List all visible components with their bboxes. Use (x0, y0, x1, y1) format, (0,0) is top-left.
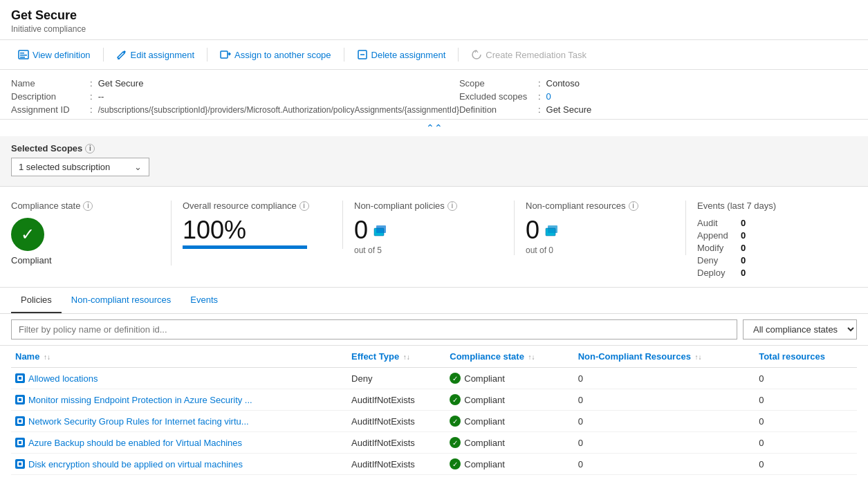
svg-rect-2 (20, 55, 27, 56)
meta-name-value: Get Secure (98, 78, 144, 89)
collapse-icon: ⌃⌃ (426, 122, 443, 133)
cell-effect-0: Deny (347, 368, 445, 389)
cell-name-4: Disk encryption should be applied on vir… (11, 454, 347, 475)
cell-non-compliant-3: 0 (574, 432, 755, 454)
progress-bar-fill (183, 245, 307, 249)
meta-name-row: Name : Get Secure (11, 77, 459, 90)
col-total-resources[interactable]: Total resources (755, 346, 857, 368)
check-icon-2: ✓ (452, 418, 458, 425)
meta-excluded-value[interactable]: 0 (546, 91, 551, 102)
overall-compliance-stat: Overall resource compliance i 100% (172, 201, 343, 249)
non-compliant-policies-subtext: out of 5 (354, 245, 503, 255)
non-compliant-policies-count: 0 (354, 218, 503, 243)
compliant-dot-4: ✓ (450, 458, 461, 469)
create-remediation-button[interactable]: Create Remediation Task (464, 46, 593, 64)
tabs-section: Policies Non-compliant resources Events (0, 288, 868, 314)
tab-non-compliant-resources[interactable]: Non-compliant resources (62, 288, 181, 313)
check-icon-3: ✓ (452, 439, 458, 447)
assign-scope-icon (220, 49, 231, 60)
cell-name-3: Azure Backup should be enabled for Virtu… (11, 432, 347, 454)
filter-bar: All compliance states (0, 314, 868, 346)
toolbar-separator-3 (344, 48, 344, 62)
delete-assignment-button[interactable]: Delete assignment (350, 46, 453, 64)
compliant-text: Compliant (11, 255, 52, 266)
cell-effect-4: AuditIfNotExists (347, 454, 445, 475)
compliant-circle: ✓ (11, 218, 44, 251)
policy-filter-input[interactable] (11, 319, 737, 339)
check-icon-0: ✓ (452, 375, 458, 382)
policy-link-1[interactable]: Monitor missing Endpoint Protection in A… (28, 395, 252, 405)
event-row-deploy: Deploy 0 (697, 268, 846, 278)
policy-link-2[interactable]: Network Security Group Rules for Interne… (28, 416, 249, 427)
svg-rect-1 (20, 53, 24, 54)
row-policy-icon-1 (15, 395, 25, 404)
collapse-bar[interactable]: ⌃⌃ (0, 119, 868, 136)
edit-assignment-button[interactable]: Edit assignment (109, 46, 202, 64)
col-effect-type[interactable]: Effect Type ↑↓ (347, 346, 445, 368)
meta-scope-row: Scope : Contoso (459, 77, 857, 90)
sort-non-compliant-icon: ↑↓ (695, 353, 702, 361)
policy-link-3[interactable]: Azure Backup should be enabled for Virtu… (28, 438, 242, 448)
event-row-append: Append 0 (697, 230, 846, 241)
table-row: Disk encryption should be applied on vir… (11, 454, 857, 475)
compliant-dot-2: ✓ (450, 416, 461, 427)
sort-name-icon: ↑↓ (44, 353, 50, 361)
check-icon-4: ✓ (452, 461, 458, 468)
meta-definition-value: Get Secure (546, 104, 592, 115)
policy-link-4[interactable]: Disk encryption should be applied on vir… (28, 459, 243, 469)
scope-label: Selected Scopes i (11, 143, 857, 154)
row-policy-icon-0 (15, 373, 25, 383)
cell-name-0: Allowed locations (11, 368, 347, 389)
meta-scope-value: Contoso (546, 78, 580, 89)
assign-scope-button[interactable]: Assign to another scope (213, 46, 338, 64)
col-compliance-state[interactable]: Compliance state ↑↓ (445, 346, 573, 368)
cell-compliance-0: ✓ Compliant (445, 368, 573, 389)
compliance-state-filter[interactable]: All compliance states (743, 319, 857, 339)
cell-effect-2: AuditIfNotExists (347, 411, 445, 432)
policies-table: Name ↑↓ Effect Type ↑↓ Compliance state … (11, 346, 857, 475)
cell-non-compliant-2: 0 (574, 411, 755, 432)
meta-section: Name : Get Secure Description : -- Assig… (0, 70, 868, 119)
view-definition-button[interactable]: View definition (11, 46, 98, 64)
cell-non-compliant-1: 0 (574, 389, 755, 411)
resource-cube-icon (544, 223, 559, 238)
meta-definition-row: Definition : Get Secure (459, 103, 857, 116)
scope-dropdown[interactable]: 1 selected subscription ⌄ (11, 158, 149, 176)
compliant-dot-0: ✓ (450, 373, 461, 384)
events-stat: Events (last 7 days) Audit 0 Append 0 Mo… (686, 201, 857, 280)
chevron-down-icon: ⌄ (134, 162, 142, 172)
table-header: Name ↑↓ Effect Type ↑↓ Compliance state … (11, 346, 857, 368)
scope-info-icon: i (85, 144, 95, 154)
tab-policies[interactable]: Policies (11, 288, 62, 313)
compliance-state-stat: Compliance state i ✓ Compliant (11, 201, 172, 266)
tab-events[interactable]: Events (181, 288, 228, 313)
non-compliant-resources-stat: Non-compliant resources i 0 out of 0 (515, 201, 686, 255)
overall-percent: 100% (183, 218, 331, 243)
remediation-icon (471, 49, 482, 60)
cell-name-1: Monitor missing Endpoint Protection in A… (11, 389, 347, 411)
policy-link-0[interactable]: Allowed locations (28, 373, 98, 384)
cell-compliance-4: ✓ Compliant (445, 454, 573, 475)
cell-effect-3: AuditIfNotExists (347, 432, 445, 454)
svg-rect-12 (548, 225, 557, 233)
col-non-compliant-resources[interactable]: Non-Compliant Resources ↑↓ (574, 346, 755, 368)
event-row-audit: Audit 0 (697, 218, 846, 228)
cell-total-0: 0 (755, 368, 857, 389)
view-definition-icon (18, 49, 29, 60)
meta-description-row: Description : -- (11, 90, 459, 103)
cell-total-2: 0 (755, 411, 857, 432)
meta-excluded-row: Excluded scopes : 0 (459, 90, 857, 103)
toolbar-separator-2 (207, 48, 207, 62)
compliant-dot-3: ✓ (450, 437, 461, 448)
sort-compliance-icon: ↑↓ (528, 353, 535, 361)
row-policy-icon-3 (15, 438, 25, 447)
col-name[interactable]: Name ↑↓ (11, 346, 347, 368)
delete-icon (357, 49, 368, 60)
events-list: Audit 0 Append 0 Modify 0 Deny 0 Deploy (697, 218, 846, 278)
cell-non-compliant-0: 0 (574, 368, 755, 389)
event-row-modify: Modify 0 (697, 243, 846, 253)
compliant-badge: ✓ Compliant (11, 218, 160, 266)
non-compliant-policies-stat: Non-compliant policies i 0 out of 5 (343, 201, 515, 255)
policies-table-wrap: Name ↑↓ Effect Type ↑↓ Compliance state … (0, 346, 868, 475)
table-row: Allowed locations Deny ✓ Compliant 0 0 (11, 368, 857, 389)
